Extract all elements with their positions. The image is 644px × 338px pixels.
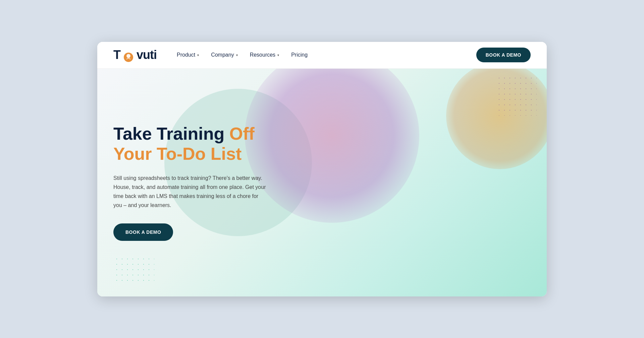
logo[interactable]: T vuti bbox=[113, 48, 157, 62]
browser-window: T vuti Product ▾ Company ▾ bbox=[97, 42, 547, 296]
heading-orange-text: Off bbox=[229, 124, 255, 143]
chevron-down-icon: ▾ bbox=[277, 53, 279, 57]
logo-text: T vuti bbox=[113, 48, 157, 62]
nav-item-company[interactable]: Company ▾ bbox=[211, 52, 237, 58]
heading-black-text: Take Training bbox=[113, 124, 229, 143]
hero-left-column: Take Training Off Your To-Do List Still … bbox=[113, 124, 288, 241]
heading-orange-line2: Your To-Do List bbox=[113, 144, 241, 163]
nav-cta: BOOK A DEMO bbox=[476, 48, 531, 62]
nav-item-resources[interactable]: Resources ▾ bbox=[250, 52, 279, 58]
hero-heading: Take Training Off Your To-Do List bbox=[113, 124, 288, 164]
hero-section: Take Training Off Your To-Do List Still … bbox=[97, 69, 547, 296]
hero-subtext: Still using spreadsheets to track traini… bbox=[113, 174, 268, 210]
nav-links: Product ▾ Company ▾ Resources ▾ Pricing bbox=[177, 52, 476, 58]
nav-item-pricing[interactable]: Pricing bbox=[291, 52, 308, 58]
book-demo-button-nav[interactable]: BOOK A DEMO bbox=[476, 48, 531, 62]
logo-icon bbox=[124, 53, 133, 62]
hero-content: Take Training Off Your To-Do List Still … bbox=[97, 69, 547, 296]
chevron-down-icon: ▾ bbox=[236, 53, 238, 57]
svg-point-1 bbox=[126, 54, 130, 58]
book-demo-button-hero[interactable]: BOOK A DEMO bbox=[113, 223, 173, 241]
chevron-down-icon: ▾ bbox=[197, 53, 199, 57]
nav-item-product[interactable]: Product ▾ bbox=[177, 52, 199, 58]
navbar: T vuti Product ▾ Company ▾ bbox=[97, 42, 547, 69]
